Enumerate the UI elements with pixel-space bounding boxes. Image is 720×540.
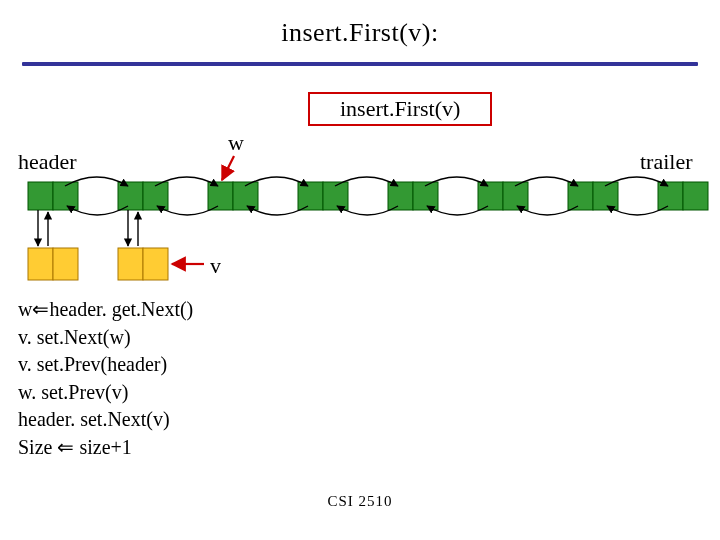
code-line: v. set.Prev(header) xyxy=(18,351,193,379)
pseudocode-block: w⇐header. get.Next() v. set.Next(w) v. s… xyxy=(18,296,193,462)
svg-rect-14 xyxy=(658,182,683,210)
svg-rect-2 xyxy=(118,182,143,210)
svg-rect-0 xyxy=(28,182,53,210)
svg-rect-12 xyxy=(568,182,593,210)
w-arrow xyxy=(222,156,234,180)
footer-course-code: CSI 2510 xyxy=(0,493,720,510)
svg-rect-8 xyxy=(388,182,413,210)
svg-rect-6 xyxy=(298,182,323,210)
svg-rect-17 xyxy=(53,248,78,280)
down-links xyxy=(38,210,138,246)
code-line: header. set.Next(v) xyxy=(18,406,193,434)
code-line: Size ⇐ size+1 xyxy=(18,434,193,462)
svg-rect-16 xyxy=(28,248,53,280)
code-line: w⇐header. get.Next() xyxy=(18,296,193,324)
svg-rect-15 xyxy=(683,182,708,210)
svg-rect-10 xyxy=(478,182,503,210)
svg-rect-4 xyxy=(208,182,233,210)
code-line: w. set.Prev(v) xyxy=(18,379,193,407)
slide-root: insert.First(v): insert.First(v) w heade… xyxy=(0,0,720,540)
svg-rect-18 xyxy=(118,248,143,280)
new-node-cells xyxy=(28,248,168,280)
svg-rect-19 xyxy=(143,248,168,280)
code-line: v. set.Next(w) xyxy=(18,324,193,352)
